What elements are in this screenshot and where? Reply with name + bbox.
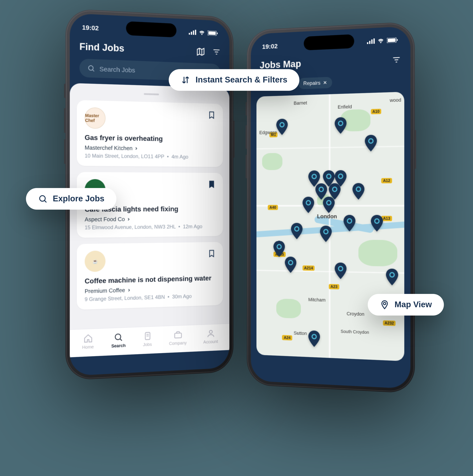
map-pin[interactable] bbox=[308, 330, 320, 347]
job-meta: 9 Grange Street, London, SE1 4BN • 30m A… bbox=[85, 292, 216, 302]
map-pin[interactable] bbox=[343, 215, 356, 231]
search-placeholder: Search Jobs bbox=[99, 65, 135, 73]
map-pin[interactable] bbox=[334, 117, 347, 134]
map-pin[interactable] bbox=[352, 183, 365, 200]
page-title: Find Jobs bbox=[79, 41, 124, 54]
nav-jobs[interactable]: Jobs bbox=[143, 331, 152, 347]
wifi-icon bbox=[377, 38, 384, 44]
job-company[interactable]: Masterchef Kitchen bbox=[85, 144, 216, 153]
place-label: Enfield bbox=[338, 104, 352, 110]
road-badge: A23 bbox=[329, 284, 339, 289]
svg-rect-2 bbox=[193, 31, 194, 35]
road-badge: A214 bbox=[303, 265, 315, 271]
job-card[interactable]: ☕ Coffee machine is not dispensing water… bbox=[77, 242, 223, 310]
place-label: Mitcham bbox=[308, 297, 326, 302]
map-icon[interactable] bbox=[196, 47, 205, 57]
status-icons bbox=[189, 30, 218, 36]
svg-rect-5 bbox=[208, 31, 216, 35]
bookmark-button[interactable] bbox=[208, 180, 216, 190]
map-pin[interactable] bbox=[285, 256, 297, 273]
svg-line-26 bbox=[393, 57, 400, 58]
status-icons bbox=[367, 37, 398, 44]
callout-map-view: Map View bbox=[368, 294, 444, 316]
map[interactable]: M1 A10 A12 A40 A13 A23 A24 A205 A214 A23… bbox=[256, 92, 404, 361]
map-pin[interactable] bbox=[302, 197, 314, 213]
job-meta: 10 Main Street, London, LO11 4PP • 4m Ag… bbox=[85, 153, 216, 160]
battery-icon bbox=[387, 37, 398, 43]
svg-point-30 bbox=[40, 196, 45, 201]
map-pin[interactable] bbox=[273, 241, 285, 257]
company-avatar: ☕ bbox=[85, 251, 106, 272]
map-pin[interactable] bbox=[291, 223, 303, 239]
map-pin[interactable] bbox=[370, 215, 383, 232]
road-badge: A232 bbox=[383, 320, 396, 326]
map-pin[interactable] bbox=[323, 197, 335, 213]
wifi-icon bbox=[199, 30, 205, 35]
svg-rect-1 bbox=[191, 32, 192, 35]
road-badge: A40 bbox=[268, 205, 278, 210]
svg-rect-19 bbox=[367, 42, 368, 44]
svg-rect-17 bbox=[175, 333, 181, 338]
svg-point-10 bbox=[89, 66, 93, 70]
filter-icon[interactable] bbox=[392, 55, 401, 65]
place-label: Barnet bbox=[294, 100, 307, 106]
map-pin[interactable] bbox=[334, 262, 347, 279]
search-icon bbox=[38, 194, 48, 204]
sort-icon bbox=[181, 75, 190, 85]
svg-line-13 bbox=[120, 339, 122, 340]
svg-line-15 bbox=[146, 334, 149, 335]
job-company[interactable]: Aspect Food Co bbox=[85, 215, 216, 223]
chevron-right-icon bbox=[134, 146, 138, 150]
battery-icon bbox=[208, 31, 218, 36]
job-title: Coffee machine is not dispensing water bbox=[85, 274, 216, 285]
job-title: Gas fryer is overheating bbox=[85, 134, 216, 144]
close-icon[interactable]: ✕ bbox=[323, 80, 327, 86]
svg-point-32 bbox=[383, 302, 386, 305]
map-pin[interactable] bbox=[276, 118, 288, 135]
bottom-nav: Home Search Jobs Company Account bbox=[70, 323, 229, 357]
status-time: 19:02 bbox=[262, 42, 278, 50]
chevron-right-icon bbox=[127, 217, 131, 221]
svg-rect-20 bbox=[369, 41, 370, 44]
bookmark-button[interactable] bbox=[208, 249, 216, 260]
map-pin[interactable] bbox=[320, 225, 332, 242]
svg-rect-25 bbox=[397, 39, 398, 41]
place-label: Edgware bbox=[259, 130, 277, 135]
svg-line-16 bbox=[146, 336, 149, 336]
signal-icon bbox=[367, 38, 375, 44]
map-pin[interactable] bbox=[385, 269, 398, 286]
svg-rect-0 bbox=[189, 33, 190, 35]
nav-account[interactable]: Account bbox=[203, 328, 218, 344]
road-badge: A24 bbox=[282, 335, 292, 340]
filter-icon[interactable] bbox=[213, 48, 221, 56]
svg-line-11 bbox=[93, 70, 94, 71]
place-label: Sutton bbox=[294, 330, 307, 336]
notch bbox=[126, 21, 176, 37]
filter-chip-category[interactable]: Repairs✕ bbox=[298, 77, 332, 89]
svg-rect-21 bbox=[371, 39, 373, 44]
search-icon bbox=[87, 64, 95, 72]
nav-home[interactable]: Home bbox=[82, 333, 94, 350]
road-badge: A12 bbox=[381, 178, 392, 184]
map-pin[interactable] bbox=[364, 135, 377, 152]
place-label: Croydon bbox=[347, 311, 364, 317]
job-meta: 15 Elmwood Avenue, London, NW3 2HL • 12m… bbox=[85, 223, 216, 231]
company-avatar: Master Chef bbox=[85, 107, 106, 129]
nav-search[interactable]: Search bbox=[111, 332, 126, 348]
job-card[interactable]: Master Chef Gas fryer is overheating Mas… bbox=[77, 100, 223, 167]
place-label: South Croydon bbox=[341, 329, 369, 335]
svg-rect-3 bbox=[195, 30, 196, 35]
bookmark-button[interactable] bbox=[208, 110, 216, 121]
place-label: wood bbox=[390, 97, 401, 103]
status-time: 19:02 bbox=[82, 23, 99, 32]
map-pin-icon bbox=[380, 300, 389, 310]
signal-icon bbox=[189, 30, 196, 35]
sheet-handle[interactable] bbox=[144, 93, 159, 95]
callout-instant-search: Instant Search & Filters bbox=[169, 69, 299, 91]
notch bbox=[304, 34, 354, 51]
nav-company[interactable]: Company bbox=[169, 330, 187, 346]
svg-rect-24 bbox=[388, 38, 396, 42]
place-label: London bbox=[317, 213, 337, 219]
job-list: Master Chef Gas fryer is overheating Mas… bbox=[70, 83, 229, 357]
road-badge: A10 bbox=[371, 109, 381, 114]
